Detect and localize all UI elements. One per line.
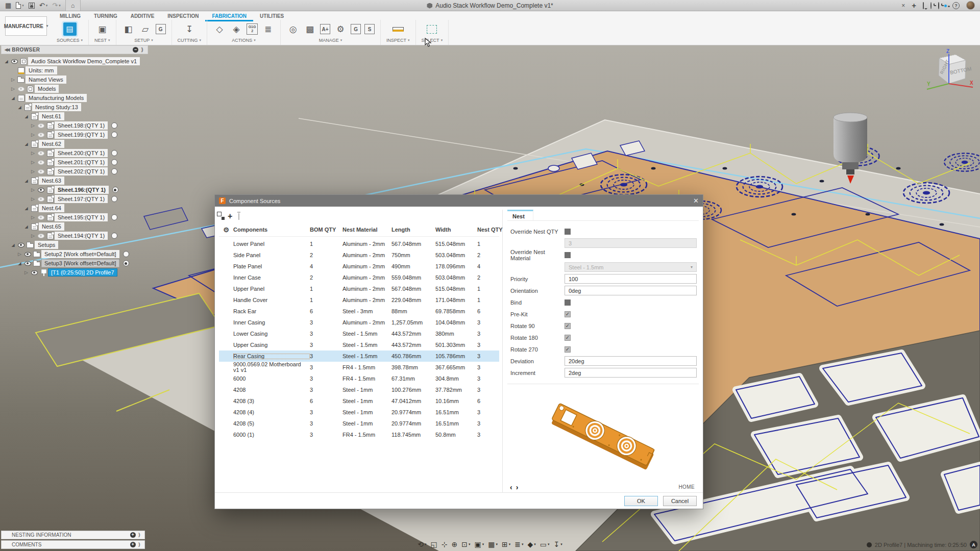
home-tab[interactable]: ⌂ [65, 0, 81, 11]
visibility-toggle[interactable] [23, 261, 32, 266]
new-setup-icon[interactable]: ◧ [122, 22, 135, 36]
camera-view-button[interactable]: ▭▾ [538, 541, 552, 548]
expand-icon[interactable]: ◢ [23, 179, 30, 183]
table-row[interactable]: Rear Casing3Steel - 1.5mm450.786mm105.78… [219, 350, 499, 362]
simulate-icon[interactable]: ◇ [213, 22, 226, 36]
comments-flyout-icon[interactable]: ❫ [137, 542, 141, 547]
expand-icon[interactable]: ◢ [16, 105, 23, 110]
tree-item-label[interactable]: Models [35, 85, 59, 93]
window-select-icon[interactable] [425, 22, 438, 36]
close-tab-button[interactable]: × [901, 2, 905, 9]
deviation-input[interactable]: 20deg [565, 356, 697, 366]
expand-icon[interactable]: ▷ [30, 187, 36, 192]
visibility-toggle[interactable] [36, 215, 45, 220]
ribbon-group-label[interactable]: NEST ▾ [94, 38, 110, 43]
create-nest-icon[interactable]: ▣ [95, 22, 109, 36]
pan-button[interactable]: ⊹ [439, 541, 450, 548]
ribbon-group-label[interactable]: CUTTING ▾ [178, 38, 202, 43]
tree-item[interactable]: ◢Setups [1, 240, 148, 249]
orbit-button[interactable]: ⟲▾ [415, 541, 428, 548]
tree-item-label[interactable]: Audio Stack Workflow Demo_Complete v1 [28, 57, 140, 65]
expand-icon[interactable]: ◢ [10, 243, 16, 247]
save-button[interactable] [29, 3, 35, 9]
part-preview[interactable]: ‹ › HOME [507, 384, 699, 492]
tab-nest[interactable]: Nest [507, 210, 533, 220]
ribbon-group-label[interactable]: MANAGE ▾ [319, 38, 342, 43]
tree-item-label[interactable]: Nest.62 [39, 140, 64, 148]
view-cube[interactable]: RIGHT BOTTOM Z X Y [926, 48, 975, 97]
rotate-270-checkbox[interactable] [565, 346, 571, 353]
ribbon-group-label[interactable]: INSPECT ▾ [386, 38, 410, 43]
help-button[interactable]: ? [952, 2, 960, 9]
ribbon-group-label[interactable]: ACTIONS ▾ [232, 38, 256, 43]
visibility-toggle[interactable] [36, 123, 45, 128]
tree-item-label[interactable]: Sheet.196:(QTY 1) [55, 186, 109, 194]
table-row[interactable]: 42083Steel - 1mm100.276mm37.782mm3 [219, 384, 499, 395]
expand-icon[interactable]: ◢ [23, 142, 30, 146]
tree-item[interactable]: ▷[T1 (0:25:50)] 2D Profile7 [1, 268, 148, 277]
expand-icon[interactable]: ▷ [23, 270, 30, 275]
table-row[interactable]: 60003FR4 - 1.5mm67.31mm304.8mm3 [219, 373, 499, 384]
expand-icon[interactable]: ◢ [16, 261, 23, 266]
display-settings-button[interactable]: ▣▾ [472, 541, 486, 548]
preview-prev-button[interactable]: ‹ [510, 484, 512, 491]
redo-button[interactable]: ↷▾ [52, 2, 60, 9]
job-status-button[interactable] [938, 3, 939, 9]
setup-sheet-icon[interactable]: ≣ [261, 22, 275, 36]
tree-item-label[interactable]: Nest.64 [39, 204, 64, 212]
tree-item-label[interactable]: Sheet.200:(QTY 1) [55, 149, 108, 157]
g1g2-code-icon[interactable]: G1G2 [247, 23, 258, 35]
tree-item-label[interactable]: Nesting Study:13 [32, 103, 81, 111]
cutting-operation-icon[interactable]: ↧ [183, 22, 196, 36]
tree-item-label[interactable]: Sheet.201:(QTY 1) [55, 158, 108, 166]
expand-icon[interactable]: ▷ [10, 77, 16, 82]
visual-style-button[interactable]: ◆▾ [525, 541, 537, 548]
tree-item-label[interactable]: Sheet.198:(QTY 1) [55, 121, 108, 130]
tree-item-label[interactable]: Manufacturing Models [26, 94, 87, 102]
viewports-button[interactable]: ⊞▾ [500, 541, 512, 548]
active-sheet-radio[interactable] [111, 233, 117, 239]
table-row[interactable]: 6000 (1)3FR4 - 1.5mm118.745mm50.8mm3 [219, 429, 499, 440]
tree-item[interactable]: Units: mm [1, 66, 148, 75]
tree-item-label[interactable]: Nest.61 [39, 112, 64, 120]
visibility-toggle[interactable] [10, 59, 19, 64]
tree-item-label[interactable]: Sheet.202:(QTY 1) [55, 167, 108, 176]
zoom-window-button[interactable]: ⊡▾ [459, 541, 472, 548]
component-sources-icon[interactable]: ▤ [63, 22, 77, 36]
visibility-toggle[interactable] [36, 133, 45, 137]
tree-item[interactable]: ▷Sheet.202:(QTY 1) [1, 167, 148, 176]
pre-kit-checkbox[interactable] [565, 311, 571, 317]
table-row[interactable]: 4208 (3)6Steel - 1mm47.0412mm10.16mm6 [219, 395, 499, 407]
expand-icon[interactable]: ◢ [3, 59, 10, 64]
table-settings-gear-icon[interactable]: ⚙ [219, 226, 233, 234]
expand-icon[interactable]: ◢ [10, 96, 16, 101]
undo-button[interactable]: ↶▾ [39, 2, 47, 9]
tree-item[interactable]: ▷Named Views [1, 75, 148, 84]
expand-icon[interactable]: ▷ [16, 252, 23, 257]
tree-item[interactable]: ▷Sheet.199:(QTY 1) [1, 130, 148, 139]
history-button[interactable] [930, 3, 932, 9]
zoom-button[interactable]: ⊕ [449, 541, 459, 548]
collapse-browser-icon[interactable]: ◀◀ [5, 47, 9, 52]
tree-item[interactable]: ▷Sheet.198:(QTY 1) [1, 121, 148, 130]
active-sheet-radio[interactable] [123, 251, 129, 257]
expand-icon[interactable]: ▷ [30, 215, 36, 220]
visibility-toggle[interactable] [16, 87, 26, 91]
active-sheet-radio[interactable] [111, 150, 117, 156]
tree-item-label[interactable]: [T1 (0:25:50)] 2D Profile7 [48, 268, 117, 277]
rotate-90-checkbox[interactable] [565, 323, 571, 329]
expand-icon[interactable]: ◢ [23, 206, 30, 211]
comments-expand-icon[interactable]: + [130, 542, 136, 547]
active-sheet-radio[interactable] [111, 159, 117, 165]
tree-item[interactable]: ◢Setup3 [Work offset=Default] [1, 259, 148, 268]
tree-item[interactable]: ◢Audio Stack Workflow Demo_Complete v1 [1, 57, 148, 66]
tree-item[interactable]: ▷Sheet.195:(QTY 1) [1, 213, 148, 222]
active-sheet-radio[interactable] [111, 168, 117, 174]
table-row[interactable]: Side Panel2Aluminum - 2mm750mm503.048mm2 [219, 249, 499, 261]
visibility-toggle[interactable] [36, 151, 45, 156]
expand-icon[interactable]: ▷ [30, 169, 36, 174]
table-row[interactable]: Inner Case2Aluminum - 2mm559.048mm503.04… [219, 272, 499, 283]
table-row[interactable]: Inner Casing3Aluminum - 2mm1,257.05mm104… [219, 317, 499, 328]
nesting-information-panel[interactable]: NESTING INFORMATION + ❫ [1, 531, 145, 539]
active-sheet-radio[interactable] [123, 260, 129, 266]
